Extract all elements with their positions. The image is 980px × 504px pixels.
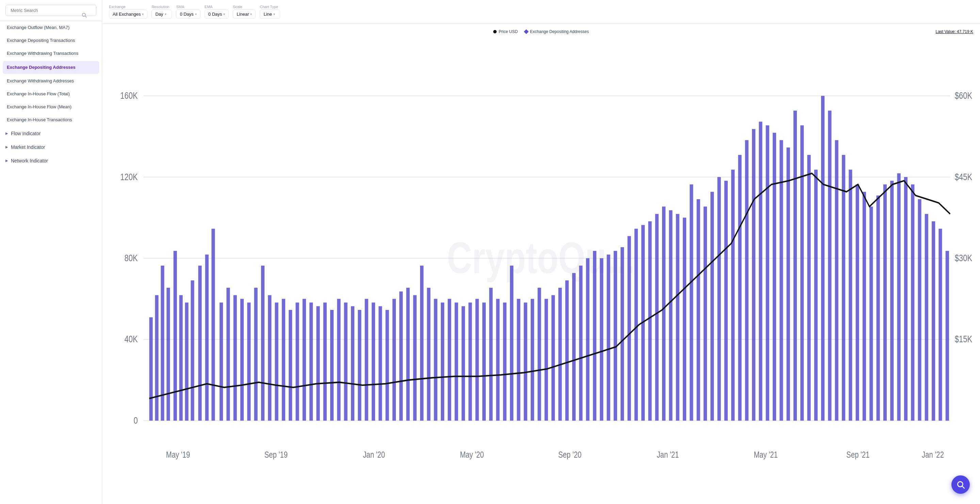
chart-type-select[interactable]: Line ▾ xyxy=(260,10,280,19)
svg-text:$30K: $30K xyxy=(955,252,972,263)
svg-rect-50 xyxy=(309,302,313,421)
svg-rect-72 xyxy=(461,306,465,421)
svg-rect-58 xyxy=(365,299,368,421)
scale-filter-group: Scale Linear ▾ xyxy=(233,5,256,19)
svg-text:$45K: $45K xyxy=(955,171,972,182)
svg-rect-103 xyxy=(676,214,679,421)
sma-value: 0 Days xyxy=(180,11,193,17)
last-value-badge[interactable]: Last Value: 47.719 K xyxy=(935,29,973,34)
sidebar-item-exchange-withdrawing-tx[interactable]: Exchange Withdrawing Transactions xyxy=(0,47,102,60)
svg-rect-93 xyxy=(606,254,610,421)
svg-rect-39 xyxy=(234,295,237,421)
svg-text:Sep '21: Sep '21 xyxy=(846,450,869,459)
sidebar-item-exchange-inhouse-mean[interactable]: Exchange In-House Flow (Mean) xyxy=(0,100,102,113)
exchange-filter-group: Exchange All Exchanges ▾ xyxy=(109,5,147,19)
sidebar-category-market-indicator[interactable]: ▶ Market Indicator xyxy=(0,140,102,154)
svg-rect-107 xyxy=(703,207,707,421)
chart-type-label: Chart Type xyxy=(260,5,280,9)
svg-rect-49 xyxy=(302,299,306,421)
svg-rect-51 xyxy=(316,306,320,421)
sma-select[interactable]: 0 Days ▾ xyxy=(176,10,200,19)
market-indicator-label: Market Indicator xyxy=(11,144,45,150)
svg-rect-56 xyxy=(351,306,354,421)
svg-rect-85 xyxy=(552,295,555,421)
svg-rect-43 xyxy=(261,266,264,421)
svg-rect-124 xyxy=(821,96,824,421)
svg-rect-106 xyxy=(697,199,700,421)
svg-rect-126 xyxy=(835,140,838,421)
svg-rect-116 xyxy=(766,125,769,421)
svg-rect-94 xyxy=(614,251,617,421)
chart-legend: Price USD Exchange Depositing Addresses … xyxy=(109,29,973,34)
sidebar-item-exchange-outflow[interactable]: Exchange Outflow (Mean, MA7) xyxy=(0,21,102,34)
svg-rect-60 xyxy=(379,306,382,421)
metric-legend-label: Exchange Depositing Addresses xyxy=(530,29,589,34)
search-fab-button[interactable] xyxy=(951,475,970,494)
svg-rect-101 xyxy=(662,207,665,421)
svg-rect-110 xyxy=(724,181,728,421)
svg-rect-122 xyxy=(807,155,811,421)
svg-rect-135 xyxy=(897,173,901,421)
resolution-value: Day xyxy=(155,11,163,17)
svg-rect-127 xyxy=(842,155,845,421)
search-icon-button[interactable] xyxy=(81,12,87,19)
exchange-select[interactable]: All Exchanges ▾ xyxy=(109,10,147,19)
ema-label: EMA xyxy=(205,5,229,9)
metric-legend-item: Exchange Depositing Addresses xyxy=(525,29,589,34)
svg-text:40K: 40K xyxy=(124,334,137,344)
svg-rect-79 xyxy=(510,266,513,421)
sidebar-item-exchange-depositing-tx[interactable]: Exchange Depositing Transactions xyxy=(0,34,102,47)
svg-rect-55 xyxy=(344,302,348,421)
svg-text:May '20: May '20 xyxy=(460,450,484,459)
sidebar-category-network-indicator[interactable]: ▶ Network Indicator xyxy=(0,154,102,167)
svg-text:160K: 160K xyxy=(120,90,137,100)
svg-rect-78 xyxy=(503,302,506,421)
sidebar-item-exchange-inhouse-tx[interactable]: Exchange In-House Transactions xyxy=(0,113,102,126)
svg-rect-27 xyxy=(155,295,158,421)
svg-rect-65 xyxy=(413,295,417,421)
svg-rect-42 xyxy=(254,288,258,421)
svg-text:120K: 120K xyxy=(120,171,137,182)
svg-rect-123 xyxy=(814,170,818,421)
svg-rect-59 xyxy=(372,302,375,421)
search-wrapper xyxy=(5,5,96,16)
svg-rect-89 xyxy=(579,266,582,421)
sidebar: Exchange Outflow (Mean, MA7) Exchange De… xyxy=(0,0,102,504)
svg-rect-76 xyxy=(489,288,493,421)
svg-rect-120 xyxy=(794,111,797,421)
sidebar-item-exchange-inhouse-total[interactable]: Exchange In-House Flow (Total) xyxy=(0,88,102,100)
network-indicator-label: Network Indicator xyxy=(11,158,48,163)
svg-rect-80 xyxy=(517,299,520,421)
svg-rect-92 xyxy=(600,258,603,421)
chart-type-filter-group: Chart Type Line ▾ xyxy=(260,5,280,19)
exchange-dropdown-arrow: ▾ xyxy=(142,12,144,16)
resolution-select[interactable]: Day ▾ xyxy=(151,10,172,19)
svg-rect-38 xyxy=(226,288,230,421)
price-legend-dot xyxy=(493,30,496,33)
ema-filter-group: EMA 0 Days ▾ xyxy=(205,5,229,19)
svg-rect-66 xyxy=(420,266,423,421)
svg-rect-84 xyxy=(545,299,548,421)
ema-select[interactable]: 0 Days ▾ xyxy=(205,10,229,19)
svg-rect-48 xyxy=(296,302,299,421)
svg-rect-28 xyxy=(161,266,164,421)
sidebar-item-exchange-withdrawing-addr[interactable]: Exchange Withdrawing Addresses xyxy=(0,75,102,88)
svg-rect-109 xyxy=(717,177,721,421)
svg-rect-83 xyxy=(538,288,541,421)
svg-text:Jan '20: Jan '20 xyxy=(363,450,385,459)
svg-rect-125 xyxy=(828,111,831,421)
svg-text:Jan '21: Jan '21 xyxy=(657,450,679,459)
search-fab-icon xyxy=(956,480,965,489)
svg-rect-71 xyxy=(455,302,458,421)
scale-select[interactable]: Linear ▾ xyxy=(233,10,256,19)
sidebar-metrics-list: Exchange Outflow (Mean, MA7) Exchange De… xyxy=(0,21,102,127)
svg-rect-37 xyxy=(220,302,223,421)
svg-rect-121 xyxy=(800,125,804,421)
svg-rect-95 xyxy=(620,247,624,421)
chart-toolbar: Exchange All Exchanges ▾ Resolution Day … xyxy=(102,0,980,24)
sidebar-item-exchange-depositing-addr[interactable]: Exchange Depositing Addresses xyxy=(3,61,99,74)
scale-value: Linear xyxy=(237,11,249,17)
svg-text:Sep '20: Sep '20 xyxy=(558,450,581,459)
sidebar-category-flow-indicator[interactable]: ▶ Flow Indicator xyxy=(0,127,102,140)
svg-text:May '19: May '19 xyxy=(166,450,190,459)
